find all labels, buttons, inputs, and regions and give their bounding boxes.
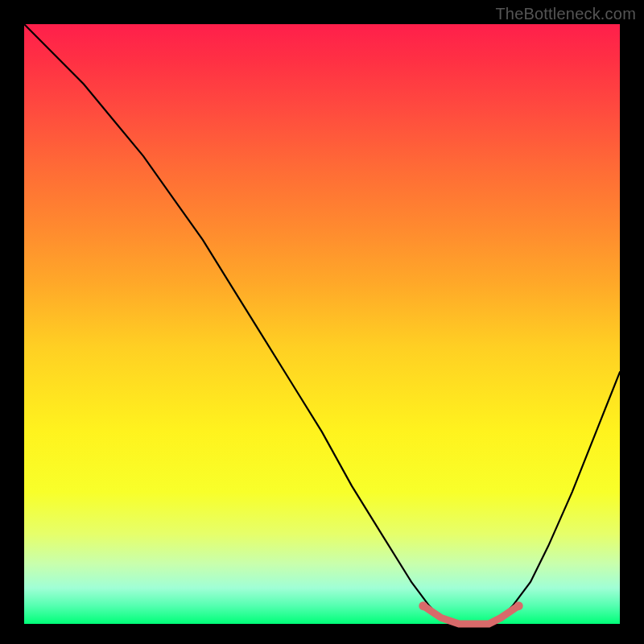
watermark-text: TheBottleneck.com [495, 5, 636, 23]
bottleneck-curve-line [24, 24, 620, 624]
chart-container: TheBottleneck.com [0, 0, 644, 644]
optimal-range-highlight-line [423, 606, 518, 624]
highlight-end-dot [514, 601, 523, 610]
highlight-start-dot [419, 601, 427, 610]
chart-svg [24, 24, 620, 624]
chart-plot-area [24, 24, 620, 624]
